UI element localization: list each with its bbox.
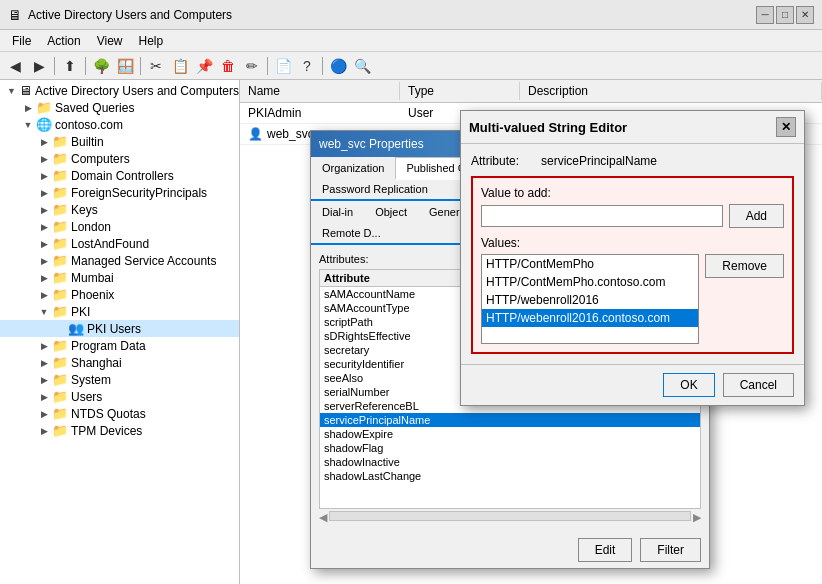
mumbai-expand-icon[interactable]: ▶ [36,273,52,283]
tree-item-mumbai[interactable]: ▶ 📁 Mumbai [0,269,239,286]
computers-expand-icon[interactable]: ▶ [36,154,52,164]
mve-list-item-3[interactable]: HTTP/webenroll2016.contoso.com [482,309,698,327]
mve-add-button[interactable]: Add [729,204,784,228]
attr-row-shadow-expire[interactable]: shadowExpire [320,427,700,441]
fsp-expand-icon[interactable]: ▶ [36,188,52,198]
attr-row-shadow-last-change[interactable]: shadowLastChange [320,469,700,483]
tab-dial-in[interactable]: Dial-in [311,201,364,222]
new-object[interactable]: 🔵 [327,55,349,77]
filter-button[interactable]: Filter [640,538,701,562]
copy-button[interactable]: 📋 [169,55,191,77]
tree-item-pki-users[interactable]: 👥 PKI Users [0,320,239,337]
minimize-button[interactable]: ─ [756,6,774,24]
find-button[interactable]: 🔍 [351,55,373,77]
msa-expand-icon[interactable]: ▶ [36,256,52,266]
row-name: PKIAdmin [240,105,400,121]
rename-button[interactable]: ✏ [241,55,263,77]
msa-icon: 📁 [52,253,68,268]
menu-view[interactable]: View [89,32,131,50]
col-header-name[interactable]: Name [240,82,400,100]
mve-values-list-wrap: HTTP/ContMemPho HTTP/ContMemPho.contoso.… [481,254,699,344]
tree-item-saved-queries[interactable]: ▶ 📁 Saved Queries [0,99,239,116]
tab-organization[interactable]: Organization [311,157,395,178]
contoso-icon: 🌐 [36,117,52,132]
fsp-icon: 📁 [52,185,68,200]
mve-attribute-row: Attribute: servicePrincipalName [471,154,794,168]
new-window[interactable]: 🪟 [114,55,136,77]
tree-item-computers[interactable]: ▶ 📁 Computers [0,150,239,167]
window-close-button[interactable]: ✕ [796,6,814,24]
help-button[interactable]: ? [296,55,318,77]
lf-expand-icon[interactable]: ▶ [36,239,52,249]
tree-root[interactable]: ▼ 🖥 Active Directory Users and Computers [0,82,239,99]
shanghai-expand-icon[interactable]: ▶ [36,358,52,368]
attr-row-shadow-inactive[interactable]: shadowInactive [320,455,700,469]
mve-list-item-1[interactable]: HTTP/ContMemPho.contoso.com [482,273,698,291]
mve-list-item-2[interactable]: HTTP/webenroll2016 [482,291,698,309]
users-expand-icon[interactable]: ▶ [36,392,52,402]
ntds-expand-icon[interactable]: ▶ [36,409,52,419]
pd-expand-icon[interactable]: ▶ [36,341,52,351]
contoso-expand-icon[interactable]: ▼ [20,120,36,130]
tree-item-program-data[interactable]: ▶ 📁 Program Data [0,337,239,354]
system-expand-icon[interactable]: ▶ [36,375,52,385]
mve-ok-button[interactable]: OK [663,373,714,397]
menu-help[interactable]: Help [131,32,172,50]
tree-item-users[interactable]: ▶ 📁 Users [0,388,239,405]
tpm-label: TPM Devices [71,424,142,438]
maximize-button[interactable]: □ [776,6,794,24]
forward-button[interactable]: ▶ [28,55,50,77]
saved-queries-expand-icon[interactable]: ▶ [20,103,36,113]
tree-item-builtin[interactable]: ▶ 📁 Builtin [0,133,239,150]
delete-button[interactable]: 🗑 [217,55,239,77]
system-label: System [71,373,111,387]
phoenix-expand-icon[interactable]: ▶ [36,290,52,300]
tree-item-phoenix[interactable]: ▶ 📁 Phoenix [0,286,239,303]
keys-icon: 📁 [52,202,68,217]
show-hide-console-tree[interactable]: 🌳 [90,55,112,77]
attr-row-shadow-flag[interactable]: shadowFlag [320,441,700,455]
tree-item-foreign-security[interactable]: ▶ 📁 ForeignSecurityPrincipals [0,184,239,201]
tree-item-system[interactable]: ▶ 📁 System [0,371,239,388]
builtin-expand-icon[interactable]: ▶ [36,137,52,147]
paste-button[interactable]: 📌 [193,55,215,77]
root-expand-icon[interactable]: ▼ [4,86,19,96]
edit-button[interactable]: Edit [578,538,633,562]
tree-item-keys[interactable]: ▶ 📁 Keys [0,201,239,218]
tree-item-managed-service[interactable]: ▶ 📁 Managed Service Accounts [0,252,239,269]
tree-item-ntds[interactable]: ▶ 📁 NTDS Quotas [0,405,239,422]
tree-item-shanghai[interactable]: ▶ 📁 Shanghai [0,354,239,371]
mve-title-text: Multi-valued String Editor [469,120,627,135]
menu-action[interactable]: Action [39,32,88,50]
tree-item-contoso[interactable]: ▼ 🌐 contoso.com [0,116,239,133]
cut-button[interactable]: ✂ [145,55,167,77]
tree-item-pki[interactable]: ▼ 📁 PKI [0,303,239,320]
london-expand-icon[interactable]: ▶ [36,222,52,232]
menu-file[interactable]: File [4,32,39,50]
col-header-description[interactable]: Description [520,82,822,100]
tpm-expand-icon[interactable]: ▶ [36,426,52,436]
mve-value-input[interactable] [481,205,723,227]
tree-item-london[interactable]: ▶ 📁 London [0,218,239,235]
keys-expand-icon[interactable]: ▶ [36,205,52,215]
mve-close-button[interactable]: ✕ [776,117,796,137]
tree-item-lostfound[interactable]: ▶ 📁 LostAndFound [0,235,239,252]
properties-button[interactable]: 📄 [272,55,294,77]
tab-password-replication[interactable]: Password Replication [311,178,439,199]
attr-row-service-principal[interactable]: servicePrincipalName [320,413,700,427]
mve-value-section: Value to add: Add Values: HTTP/ContMemPh… [471,176,794,354]
mumbai-icon: 📁 [52,270,68,285]
tab-remote-d[interactable]: Remote D... [311,222,392,243]
mve-cancel-button[interactable]: Cancel [723,373,794,397]
tree-item-domain-controllers[interactable]: ▶ 📁 Domain Controllers [0,167,239,184]
mve-list-item-0[interactable]: HTTP/ContMemPho [482,255,698,273]
up-button[interactable]: ⬆ [59,55,81,77]
pki-expand-icon[interactable]: ▼ [36,307,52,317]
dc-expand-icon[interactable]: ▶ [36,171,52,181]
builtin-label: Builtin [71,135,104,149]
mve-remove-button[interactable]: Remove [705,254,784,278]
tab-object[interactable]: Object [364,201,418,222]
col-header-type[interactable]: Type [400,82,520,100]
back-button[interactable]: ◀ [4,55,26,77]
tree-item-tpm[interactable]: ▶ 📁 TPM Devices [0,422,239,439]
